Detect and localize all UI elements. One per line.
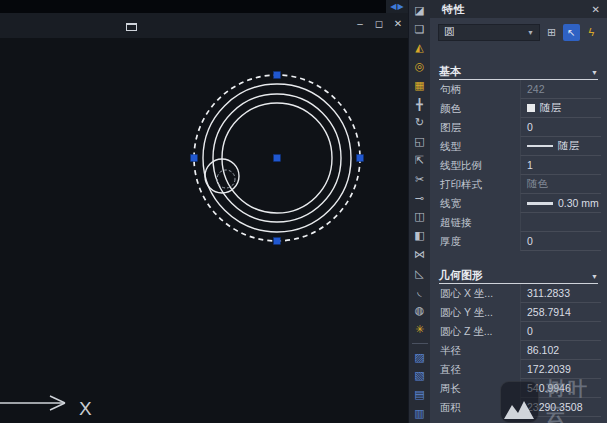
grip-west[interactable] xyxy=(191,155,198,162)
select-objects-icon[interactable]: ↖ xyxy=(563,24,580,41)
drawing-canvas[interactable]: X xyxy=(0,38,408,423)
draw-order-back-icon[interactable]: ▧ xyxy=(409,367,431,386)
lineweight-sample-icon xyxy=(527,202,553,205)
prop-value[interactable]: 随层 xyxy=(520,137,601,156)
minimize-button[interactable]: – xyxy=(354,18,366,29)
prop-label: 圆心 Y 坐... xyxy=(440,303,520,322)
extend-icon[interactable]: ⊸ xyxy=(409,189,431,208)
prop-row-area: 面积 23290.3508 xyxy=(430,398,607,417)
prop-value[interactable]: 0 xyxy=(520,232,601,251)
prop-row-hyperlink: 超链接 xyxy=(430,213,607,232)
section-basic-header[interactable]: 基本 ▼ xyxy=(439,60,598,80)
object-type-value: 圆 xyxy=(444,25,455,39)
prop-value[interactable]: 311.2833 xyxy=(520,284,601,303)
offset-icon[interactable]: ◎ xyxy=(409,57,431,76)
color-swatch xyxy=(527,104,535,112)
prop-row-linetype-scale: 线型比例 1 xyxy=(430,156,607,175)
prop-value[interactable]: 0 xyxy=(520,322,601,341)
prop-value[interactable] xyxy=(520,213,601,232)
prop-value[interactable]: 0.30 mm xyxy=(520,194,601,213)
mirror-icon[interactable]: ◭ xyxy=(409,39,431,58)
model-space: X xyxy=(0,38,408,423)
break-icon[interactable]: ◧ xyxy=(409,226,431,245)
prop-row-diameter: 直径 172.2039 xyxy=(430,360,607,379)
break-at-point-icon[interactable]: ◫ xyxy=(409,207,431,226)
palette-collapse-control[interactable]: ◀ ▶ xyxy=(386,0,408,13)
ucs-x-label: X xyxy=(79,398,92,419)
section-geometry-header[interactable]: 几何图形 ▼ xyxy=(439,264,598,284)
prop-label: 圆心 X 坐... xyxy=(440,284,520,303)
chevron-down-icon: ▼ xyxy=(591,69,598,79)
fillet-icon[interactable]: ◟ xyxy=(409,282,431,301)
prop-label: 面积 xyxy=(440,398,520,417)
prop-label: 图层 xyxy=(440,118,520,137)
object-type-row: 圆 ▼ ⊞ ↖ ϟ xyxy=(430,18,607,46)
prop-value: 242 xyxy=(520,80,601,99)
prop-value[interactable]: 86.102 xyxy=(520,341,601,360)
prop-row-center-z: 圆心 Z 坐... 0 xyxy=(430,322,607,341)
prop-value: 随色 xyxy=(520,175,601,194)
array-icon[interactable]: ▦ xyxy=(409,76,431,95)
close-window-button[interactable]: ✕ xyxy=(392,18,404,29)
restore-button[interactable]: ◻ xyxy=(373,18,385,29)
properties-palette: 特性 ✕ 圆 ▼ ⊞ ↖ ϟ 基本 ▼ 句柄 242 颜色 随层 xyxy=(430,0,607,423)
stretch-icon[interactable]: ⇱ xyxy=(409,151,431,170)
prop-label: 周长 xyxy=(440,379,520,398)
section-basic: 基本 ▼ 句柄 242 颜色 随层 图层 0 线型 随层 线型比例 1 xyxy=(430,60,607,251)
explode-icon[interactable]: ✳ xyxy=(409,320,431,339)
erase-icon[interactable]: ◪ xyxy=(409,1,431,20)
prop-label: 打印样式 xyxy=(440,175,520,194)
rotate-icon[interactable]: ↻ xyxy=(409,114,431,133)
chamfer-icon[interactable]: ◺ xyxy=(409,264,431,283)
document-icon xyxy=(126,23,137,31)
prop-row-layer: 图层 0 xyxy=(430,118,607,137)
grip-north[interactable] xyxy=(274,72,281,79)
prop-value[interactable]: 随层 xyxy=(520,99,601,118)
draw-order-above-icon[interactable]: ▤ xyxy=(409,385,431,404)
close-palette-button[interactable]: ✕ xyxy=(592,4,600,15)
toggle-pickadd-icon[interactable]: ⊞ xyxy=(543,24,560,41)
prop-label: 线型 xyxy=(440,137,520,156)
grip-south[interactable] xyxy=(274,238,281,245)
blend-icon[interactable]: ◍ xyxy=(409,301,431,320)
prop-label: 直径 xyxy=(440,360,520,379)
join-icon[interactable]: ⋈ xyxy=(409,245,431,264)
quick-select-icon[interactable]: ϟ xyxy=(583,24,600,41)
copy-icon[interactable]: ❏ xyxy=(409,20,431,39)
prop-label: 句柄 xyxy=(440,80,520,99)
arrow-left-icon: ◀ xyxy=(390,2,396,11)
scale-icon[interactable]: ◱ xyxy=(409,132,431,151)
prop-value[interactable]: 23290.3508 xyxy=(520,398,601,417)
section-title: 几何图形 xyxy=(439,268,483,283)
draw-order-front-icon[interactable]: ▨ xyxy=(409,348,431,367)
trim-icon[interactable]: ✂ xyxy=(409,170,431,189)
prop-row-plot-style: 打印样式 随色 xyxy=(430,175,607,194)
grip-east[interactable] xyxy=(357,155,364,162)
move-icon[interactable]: ╋ xyxy=(409,95,431,114)
section-geometry: 几何图形 ▼ 圆心 X 坐... 311.2833 圆心 Y 坐... 258.… xyxy=(430,264,607,417)
prop-value[interactable]: 172.2039 xyxy=(520,360,601,379)
prop-row-handle: 句柄 242 xyxy=(430,80,607,99)
object-type-dropdown[interactable]: 圆 ▼ xyxy=(438,24,540,41)
cad-application: ◀ ▶ – ◻ ✕ xyxy=(0,0,607,423)
prop-label: 颜色 xyxy=(440,99,520,118)
modify-toolbar: ◪ ❏ ◭ ◎ ▦ ╋ ↻ ◱ ⇱ ✂ ⊸ ◫ ◧ ⋈ ◺ ◟ ◍ ✳ ▨ ▧ … xyxy=(408,0,430,423)
prop-value[interactable]: 1 xyxy=(520,156,601,175)
arrow-right-icon: ▶ xyxy=(398,2,404,11)
palette-header[interactable]: 特性 ✕ xyxy=(430,0,607,18)
prop-row-center-y: 圆心 Y 坐... 258.7914 xyxy=(430,303,607,322)
draw-order-below-icon[interactable]: ▥ xyxy=(409,404,431,423)
prop-label: 圆心 Z 坐... xyxy=(440,322,520,341)
prop-label: 半径 xyxy=(440,341,520,360)
prop-value[interactable]: 0 xyxy=(520,118,601,137)
grip-center[interactable] xyxy=(274,155,281,162)
drawing-window-titlebar[interactable]: – ◻ ✕ xyxy=(0,13,408,38)
prop-label: 厚度 xyxy=(440,232,520,251)
prop-row-thickness: 厚度 0 xyxy=(430,232,607,251)
chevron-down-icon: ▼ xyxy=(591,273,598,283)
prop-label: 线宽 xyxy=(440,194,520,213)
prop-value[interactable]: 540.9946 xyxy=(520,379,601,398)
prop-value[interactable]: 258.7914 xyxy=(520,303,601,322)
chevron-down-icon: ▼ xyxy=(527,29,534,36)
prop-row-lineweight: 线宽 0.30 mm xyxy=(430,194,607,213)
